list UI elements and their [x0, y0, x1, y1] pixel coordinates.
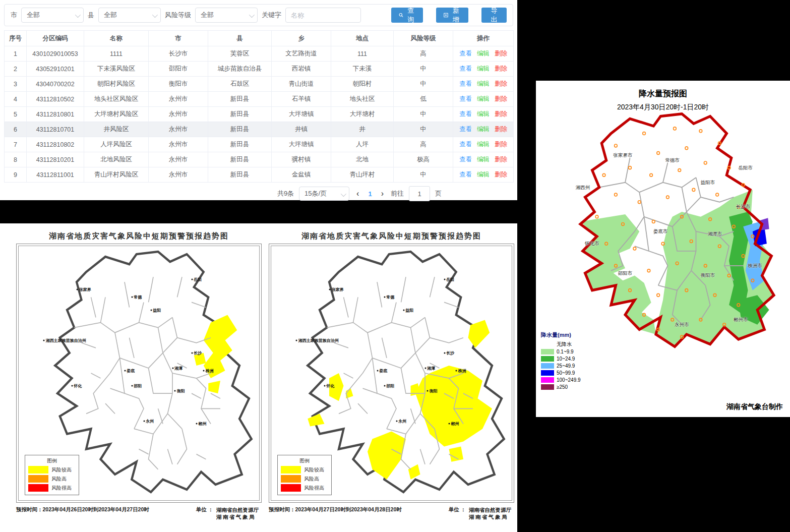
add-icon: [444, 12, 448, 18]
precip-legend-swatch: [541, 349, 554, 354]
delete-link[interactable]: 删除: [495, 141, 507, 148]
row-actions: 查看编辑删除: [453, 62, 514, 77]
edit-link[interactable]: 编辑: [477, 171, 490, 178]
city-label: 怀化: [324, 383, 335, 389]
city-label: 益阳: [403, 307, 413, 313]
row-code: 43112811001: [27, 167, 84, 183]
trend-map-footer-2: 预报时间：2023年04月27日20时到2023年04月28日20时 单位 ： …: [269, 506, 514, 520]
city-dot-icon: [131, 297, 133, 298]
unit-label: 单位 ：: [449, 506, 466, 520]
precip-map-credit: 湖南省气象台制作: [726, 402, 783, 411]
legend-label: 风险很高: [304, 485, 324, 492]
city-label: 怀化市: [585, 241, 599, 247]
column-header: 县: [208, 31, 272, 46]
row-county: 新田县: [208, 137, 272, 152]
unit-line1: 湖南省自然资源厅: [216, 506, 259, 513]
county-select[interactable]: 全部: [98, 8, 161, 23]
trend-map-box-2: 张家界常德岳阳湘西土家族苗族自治州益阳长沙湘潭株洲娄底怀化邵阳衡阳永州郴州 图例…: [269, 244, 514, 503]
row-seq: 8: [5, 152, 27, 167]
row-town: 文艺路街道: [272, 46, 331, 62]
row-level: 中: [394, 62, 453, 77]
city-label: 长沙市: [736, 204, 751, 210]
view-link[interactable]: 查看: [459, 156, 472, 163]
city-dot-icon: [396, 421, 397, 422]
city-dot-icon: [296, 339, 297, 341]
row-city: 永州市: [149, 122, 208, 137]
row-place: 人坪: [331, 137, 394, 152]
row-city: 永州市: [149, 152, 208, 167]
prev-page-button[interactable]: ‹: [354, 190, 361, 198]
edit-link[interactable]: 编辑: [477, 126, 490, 133]
view-link[interactable]: 查看: [459, 95, 472, 102]
edit-link[interactable]: 编辑: [477, 50, 490, 57]
pagination: 共9条 15条/页 ‹ 1 › 前往 页: [0, 186, 517, 201]
city-label: 湘西土家族苗族自治州: [296, 337, 339, 343]
risk-zone-table: 序号分区编码名称市县乡地点风险等级操作 143010290100531111长沙…: [4, 30, 514, 183]
city-dot-icon: [424, 367, 426, 369]
next-page-button[interactable]: ›: [379, 190, 386, 198]
row-code: 43112810701: [27, 122, 84, 137]
goto-page-input[interactable]: [409, 186, 430, 201]
row-place: 下未溪: [331, 62, 394, 77]
row-county: 新田县: [208, 92, 272, 107]
delete-link[interactable]: 删除: [495, 80, 507, 87]
delete-link[interactable]: 删除: [495, 156, 507, 163]
row-place: 111: [331, 46, 394, 62]
page-size-value: 15条/页: [305, 189, 327, 198]
export-button[interactable]: 导出: [481, 8, 507, 23]
row-level: 中: [394, 107, 453, 122]
current-page[interactable]: 1: [366, 190, 374, 198]
edit-link[interactable]: 编辑: [477, 141, 490, 148]
chevron-down-icon: [75, 12, 81, 18]
precip-legend-label: 50~99.9: [557, 370, 575, 376]
delete-link[interactable]: 删除: [495, 50, 507, 57]
row-level: 高: [394, 137, 453, 152]
edit-link[interactable]: 编辑: [477, 80, 490, 87]
row-code: 43052910201: [27, 62, 84, 77]
delete-link[interactable]: 删除: [495, 65, 507, 72]
table-row: 843112810201北地风险区永州市新田县骥村镇北地极高查看编辑删除: [5, 152, 514, 167]
search-button[interactable]: 查询: [391, 8, 423, 23]
add-button[interactable]: 新增: [436, 8, 468, 23]
precip-legend-swatch: [541, 370, 554, 376]
edit-link[interactable]: 编辑: [477, 156, 490, 163]
view-link[interactable]: 查看: [459, 50, 472, 57]
table-body: 143010290100531111长沙市芙蓉区文艺路街道111高查看编辑删除2…: [5, 46, 514, 183]
delete-link[interactable]: 删除: [495, 126, 507, 133]
row-seq: 6: [5, 122, 27, 137]
delete-link[interactable]: 删除: [495, 95, 507, 102]
legend-label: 风险较高: [304, 466, 324, 474]
city-label: 湘潭: [172, 365, 183, 371]
edit-link[interactable]: 编辑: [477, 110, 490, 117]
view-link[interactable]: 查看: [459, 80, 472, 87]
row-town: 金盆镇: [272, 167, 331, 183]
precip-forecast-panel: 降水量预报图 2023年4月30日20时-1日20时: [536, 81, 790, 417]
precip-legend-label: 100~249.9: [557, 377, 581, 383]
edit-link[interactable]: 编辑: [477, 65, 490, 72]
edit-link[interactable]: 编辑: [477, 95, 490, 102]
city-label: 常德市: [665, 157, 680, 164]
chevron-down-icon: [341, 191, 346, 197]
row-actions: 查看编辑删除: [453, 122, 514, 137]
city-label: 长沙: [444, 350, 454, 356]
legend-label: 风险高: [304, 476, 319, 483]
city-label: 张家界市: [613, 152, 632, 159]
page-size-select[interactable]: 15条/页: [299, 187, 349, 201]
keyword-input[interactable]: [285, 8, 361, 23]
view-link[interactable]: 查看: [459, 171, 472, 178]
hunan-precip-map: 湘西州张家界市常德市益阳市岳阳市长沙市娄底市湘潭市怀化市株洲市邵阳市衡阳市永州市…: [545, 109, 781, 354]
view-link[interactable]: 查看: [459, 141, 472, 148]
view-link[interactable]: 查看: [459, 110, 472, 117]
delete-link[interactable]: 删除: [495, 171, 507, 178]
view-link[interactable]: 查看: [459, 126, 472, 133]
row-code: 43112810502: [27, 92, 84, 107]
row-level: 中: [394, 167, 453, 183]
city-label: 永州: [396, 419, 406, 424]
row-name: 朝阳村风险区: [84, 77, 149, 92]
row-name: 大坪塘村风险区: [84, 107, 149, 122]
risk-level-select[interactable]: 全部: [195, 8, 258, 23]
view-link[interactable]: 查看: [459, 65, 472, 72]
city-select[interactable]: 全部: [21, 8, 84, 23]
row-actions: 查看编辑删除: [453, 137, 514, 152]
delete-link[interactable]: 删除: [495, 110, 507, 117]
